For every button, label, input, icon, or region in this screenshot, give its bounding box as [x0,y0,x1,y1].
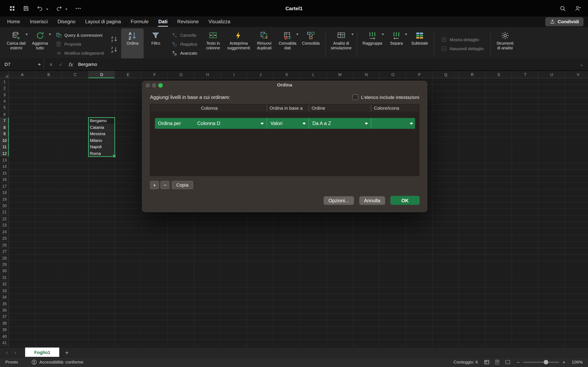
redo-icon[interactable] [56,5,62,11]
sort-button[interactable]: AZOrdina [121,29,144,60]
row-header-4[interactable]: 4 [0,98,9,104]
column-header-t[interactable]: T [512,71,539,78]
row-header-10[interactable]: 10 [0,137,9,143]
column-header-j[interactable]: J [247,71,274,78]
save-icon[interactable] [23,5,29,11]
reapply-filter-button[interactable]: Riapplica [170,40,199,48]
people-icon[interactable] [575,5,581,11]
analysis-tools-button[interactable]: Strumenti di analisi [494,29,516,60]
clear-filter-button[interactable]: Cancella [170,31,199,39]
confirm-entry-icon[interactable]: ✓ [59,62,62,67]
previous-sheet-icon[interactable]: ‹ [6,350,8,355]
cell-d9[interactable]: Messina [90,131,105,137]
normal-view-icon[interactable] [484,359,490,365]
remove-duplicates-button[interactable]: Rimuovi duplicati [253,29,276,60]
zoom-percent[interactable]: 100% [572,360,583,364]
column-header-k[interactable]: K [274,71,300,78]
row-header-13[interactable]: 13 [0,157,9,163]
order-dropdown[interactable]: Da A a Z [309,118,371,129]
column-header-e[interactable]: E [115,71,141,78]
column-header-l[interactable]: L [300,71,327,78]
row-header-27[interactable]: 27 [0,248,9,255]
redo-chevron-icon[interactable] [65,8,68,11]
row-header-33[interactable]: 33 [0,287,9,294]
dialog-titlebar[interactable]: Ordina [142,81,428,90]
filter-button[interactable]: Filtro [145,29,167,60]
row-header-16[interactable]: 16 [0,176,9,183]
undo-icon[interactable] [37,5,43,11]
sort-level-row[interactable]: Ordina per Colonna D Valori Da A a Z [155,118,415,129]
options-button[interactable]: Opzioni... [324,196,354,205]
row-header-31[interactable]: 31 [0,274,9,281]
refresh-all-button[interactable]: Aggiorna tutto [29,29,51,60]
column-header-a[interactable]: A [9,71,35,78]
row-header-29[interactable]: 29 [0,261,9,268]
row-header-14[interactable]: 14 [0,163,9,170]
share-button[interactable]: Condividi [545,17,584,26]
copy-level-button[interactable]: Copia [172,181,193,189]
column-header-p[interactable]: P [406,71,433,78]
cell-d11[interactable]: Napoli [90,143,102,150]
row-header-37[interactable]: 37 [0,313,9,320]
flash-fill-button[interactable]: Anteprima suggerimenti [225,29,252,60]
dialog-close-button[interactable] [146,83,150,88]
row-header-17[interactable]: 17 [0,183,9,189]
formula-input[interactable]: Bergamo [78,62,575,67]
edit-links-button[interactable]: Modifica collegamenti [54,49,105,57]
search-icon[interactable] [559,5,566,11]
row-header-22[interactable]: 22 [0,215,9,222]
row-header-40[interactable]: 40 [0,333,9,340]
row-header-38[interactable]: 38 [0,320,9,326]
accessibility-status[interactable]: Accessibilità: conforme [31,359,84,365]
cell-d8[interactable]: Catania [90,124,104,131]
row-header-39[interactable]: 39 [0,326,9,333]
page-layout-view-icon[interactable] [495,359,500,365]
dialog-minimize-button[interactable] [152,83,156,88]
undo-chevron-icon[interactable] [46,8,48,11]
column-header-g[interactable]: G [168,71,194,78]
cell-d12[interactable]: Roma [90,150,101,157]
color-icon-dropdown[interactable] [371,118,416,129]
zoom-in-button[interactable]: + [562,359,565,365]
headers-checkbox[interactable]: L'elenco include intestazioni [352,94,419,100]
name-box-stepper-icon[interactable] [38,62,41,67]
cancel-button[interactable]: Annulla [359,196,385,205]
row-header-35[interactable]: 35 [0,300,9,307]
sort-az-button[interactable]: AZ [110,35,120,43]
ok-button[interactable]: OK [390,196,420,205]
column-header-o[interactable]: O [380,71,406,78]
ribbon-tab-formule[interactable]: Formule [126,17,153,27]
apps-grid-icon[interactable] [9,5,15,11]
row-header-9[interactable]: 9 [0,131,9,137]
row-header-30[interactable]: 30 [0,268,9,274]
ribbon-tab-disegno[interactable]: Disegno [53,17,80,27]
row-header-7[interactable]: 7 [0,117,9,124]
row-header-36[interactable]: 36 [0,307,9,313]
row-header-21[interactable]: 21 [0,209,9,215]
insert-function-icon[interactable]: fx [68,62,73,67]
add-sheet-button[interactable]: + [65,349,69,356]
cell-d7[interactable]: Bergamo [90,117,107,124]
row-header-3[interactable]: 3 [0,91,9,98]
sort-on-dropdown[interactable]: Valori [267,118,309,129]
column-header-c[interactable]: C [62,71,88,78]
remove-level-button[interactable]: − [160,181,169,189]
zoom-slider[interactable] [523,361,559,363]
row-header-28[interactable]: 28 [0,255,9,261]
row-header-23[interactable]: 23 [0,222,9,228]
cancel-entry-icon[interactable]: ✕ [49,62,53,67]
formula-bar-expand-icon[interactable]: ⌄ [575,62,588,67]
row-header-12[interactable]: 12 [0,150,9,157]
ribbon-tab-inserisci[interactable]: Inserisci [25,17,52,27]
column-header-q[interactable]: Q [433,71,459,78]
row-header-34[interactable]: 34 [0,294,9,300]
consolidate-button[interactable]: Consolida [300,29,322,60]
row-header-25[interactable]: 25 [0,235,9,242]
column-header-i[interactable]: I [221,71,247,78]
zoom-out-button[interactable]: − [517,359,520,365]
column-header-h[interactable]: H [194,71,221,78]
row-header-24[interactable]: 24 [0,229,9,235]
fill-handle[interactable] [113,154,116,158]
row-header-32[interactable]: 32 [0,281,9,287]
column-header-f[interactable]: F [141,71,168,78]
